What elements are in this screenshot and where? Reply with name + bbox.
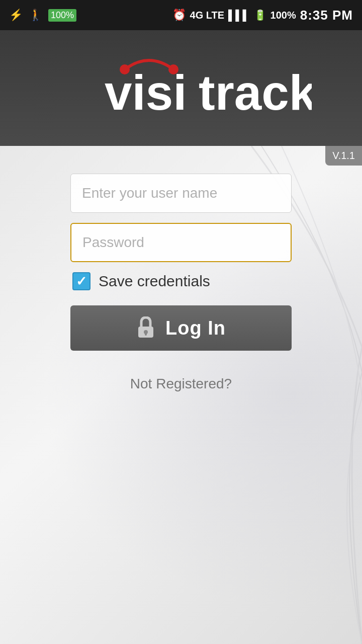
save-credentials-label: Save credentials — [99, 273, 210, 290]
battery-percent-icon: 100% — [48, 9, 76, 22]
svg-text:track: track — [199, 65, 312, 120]
battery-icon: 🔋 — [254, 9, 266, 21]
status-left-icons: ⚡ 🚶 100% — [9, 9, 76, 22]
app-header: visi track — [0, 30, 362, 146]
battery-percentage: 100% — [270, 10, 296, 21]
svg-text:visi: visi — [105, 65, 187, 120]
clock: 8:35 PM — [300, 8, 353, 23]
save-credentials-checkbox[interactable]: ✓ — [72, 272, 90, 290]
walk-icon: 🚶 — [29, 9, 42, 22]
network-type: 4G LTE — [190, 10, 225, 21]
save-credentials-row: ✓ Save credentials — [70, 272, 292, 290]
login-button[interactable]: Log In — [70, 305, 292, 351]
main-content: V.1.1 ✓ Save credentials Log In Not Re — [0, 146, 362, 644]
svg-rect-6 — [145, 332, 147, 336]
login-button-label: Log In — [165, 317, 226, 339]
checkmark-icon: ✓ — [76, 275, 87, 288]
status-right-icons: ⏰ 4G LTE ▌▌▌ 🔋 100% 8:35 PM — [172, 8, 353, 23]
logo-svg: visi track — [50, 55, 312, 121]
version-badge: V.1.1 — [325, 146, 362, 166]
status-bar: ⚡ 🚶 100% ⏰ 4G LTE ▌▌▌ 🔋 100% 8:35 PM — [0, 0, 362, 30]
logo-container: visi track — [50, 55, 312, 121]
alarm-icon: ⏰ — [172, 9, 186, 22]
password-input[interactable] — [70, 223, 292, 262]
lock-icon — [136, 316, 155, 340]
login-form: ✓ Save credentials Log In Not Registered… — [70, 174, 292, 392]
username-input[interactable] — [70, 174, 292, 213]
not-registered-link[interactable]: Not Registered? — [130, 376, 232, 392]
usb-icon: ⚡ — [9, 9, 23, 22]
signal-bars-icon: ▌▌▌ — [228, 10, 250, 21]
